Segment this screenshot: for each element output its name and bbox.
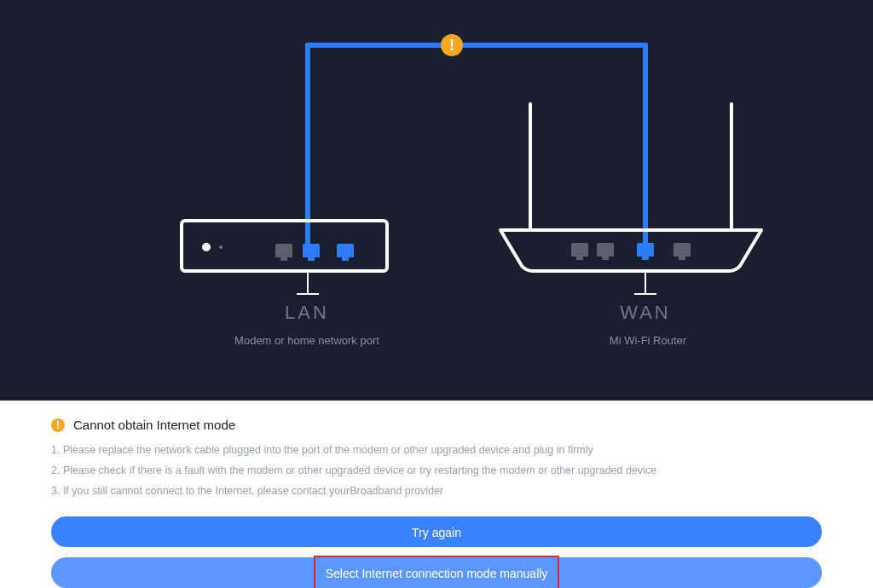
wan-pointer [645, 269, 646, 295]
error-title: Cannot obtain Internet mode [73, 418, 235, 432]
lan-port-active-icon [303, 244, 320, 257]
error-step: 1. Please replace the network cable plug… [51, 441, 873, 461]
router-port-icon [571, 243, 588, 257]
lan-label: LAN [256, 302, 358, 324]
select-manually-button[interactable]: Select Internet connection mode manually [51, 557, 822, 588]
router-port-icon [674, 243, 691, 257]
message-panel: ! Cannot obtain Internet mode 1. Please … [0, 401, 873, 588]
cable-right [643, 43, 648, 245]
antenna-icon [730, 102, 733, 230]
modem-illustration [180, 219, 389, 273]
error-step: 2. Please check if there is a fault with… [51, 461, 873, 481]
try-again-button[interactable]: Try again [51, 516, 822, 547]
lan-port-icon [275, 244, 292, 257]
wan-port-active-icon [637, 243, 654, 257]
cable-top [305, 43, 648, 48]
wan-label: WAN [594, 302, 697, 324]
error-step: 3. If you still cannot connect to the In… [51, 481, 873, 502]
router-caption: Mi Wi-Fi Router [546, 334, 750, 347]
warning-icon: ! [51, 418, 65, 432]
router-port-icon [597, 243, 614, 257]
error-steps: 1. Please replace the network cable plug… [0, 441, 873, 501]
select-manually-label: Select Internet connection mode manually [326, 567, 548, 580]
alert-icon: ! [441, 34, 463, 56]
modem-caption: Modem or home network port [183, 334, 431, 347]
lan-pointer [307, 273, 309, 295]
led-icon [202, 243, 211, 251]
led-icon [219, 245, 223, 249]
diagram-panel: ! LAN Modem or home network port WAN Mi … [0, 0, 873, 401]
cable-left [305, 43, 310, 245]
router-illustration [499, 228, 763, 273]
lan-port-icon [337, 244, 354, 257]
antenna-icon [529, 102, 532, 230]
